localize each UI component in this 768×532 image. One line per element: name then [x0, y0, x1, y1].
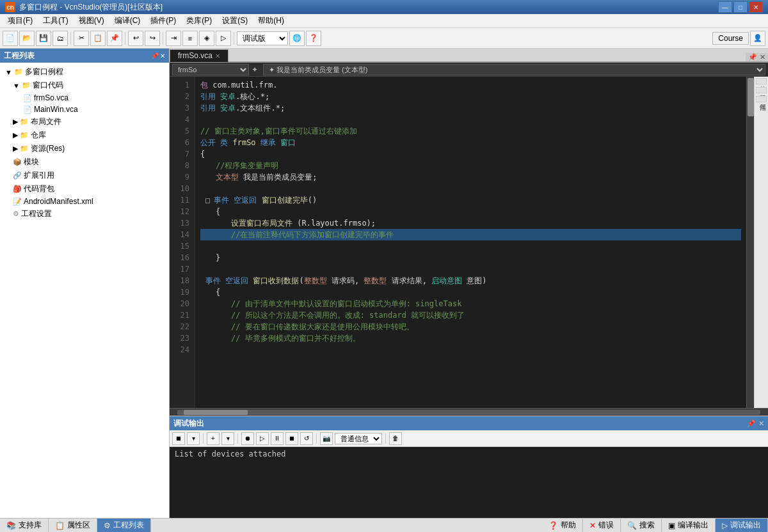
tree-extends[interactable]: 🔗 扩展引用: [0, 169, 169, 182]
folder-icon5: 📁: [20, 145, 29, 153]
tb-open[interactable]: 📂: [19, 31, 35, 46]
hscroll-track[interactable]: [177, 410, 760, 415]
menu-help[interactable]: 帮助(H): [253, 14, 289, 27]
sidebar-pin[interactable]: 📌: [151, 52, 159, 59]
tb-breakpoint[interactable]: ◈: [199, 31, 214, 46]
tree-warehouse[interactable]: ▶ 📁 仓库: [0, 129, 169, 142]
tree-window-code[interactable]: ▼ 📁 窗口代码: [0, 79, 169, 92]
dbg-dropdown2[interactable]: ▾: [221, 432, 234, 445]
tree-mainwin[interactable]: 📄 MainWin.vca: [0, 104, 169, 115]
tb-chrome[interactable]: 🌐: [289, 31, 305, 46]
tb-new[interactable]: 📄: [3, 31, 18, 46]
tree-layout[interactable]: ▶ 📁 布局文件: [0, 115, 169, 129]
ln-1: 1: [170, 79, 189, 91]
ln-10: 10: [170, 183, 189, 194]
menu-settings[interactable]: 设置(S): [217, 14, 253, 27]
menu-tools[interactable]: 工具(T): [38, 14, 73, 27]
side-panel-code[interactable]: 代码: [756, 87, 767, 93]
sep1: [70, 32, 71, 45]
tb-save[interactable]: 💾: [36, 31, 51, 46]
code-editor[interactable]: 1 2 3 4 5 6 7 8 9 10 11 12 13 14: [170, 77, 754, 408]
tb-cut[interactable]: ✂: [74, 31, 89, 46]
tb-format[interactable]: ≡: [182, 31, 198, 46]
menu-project[interactable]: 项目(F): [3, 14, 38, 27]
folder-icon4: 📁: [20, 131, 29, 139]
btab-help-label: 帮助: [561, 520, 576, 531]
tb-undo[interactable]: ↩: [128, 31, 143, 46]
sidebar-close[interactable]: ✕: [160, 52, 165, 59]
tree-project-settings[interactable]: ⚙ 工程设置: [0, 207, 169, 221]
menu-library[interactable]: 类库(P): [181, 14, 217, 27]
tb-help[interactable]: ❓: [306, 31, 321, 46]
dbg-dropdown[interactable]: ▾: [187, 432, 200, 445]
btab-help[interactable]: ❓ 帮助: [542, 519, 583, 532]
debug-header: 调试输出 📌 ✕: [170, 416, 768, 430]
member-selector[interactable]: ✦ 我是当前类成员变量 (文本型): [263, 64, 765, 75]
ln-15: 15: [170, 240, 189, 252]
dbg-add[interactable]: +: [207, 432, 220, 445]
tab-close-all[interactable]: ✕: [760, 53, 765, 61]
code-content[interactable]: 包 com.mutil.frm. 引用 安卓.核心.*; 引用 安卓.文本组件.…: [195, 77, 746, 408]
file-selector[interactable]: frmSo: [172, 64, 249, 75]
ln-2: 2: [170, 91, 189, 102]
btab-errors[interactable]: ✕ 错误: [583, 519, 621, 532]
side-panel-components[interactable]: 组件: [756, 78, 767, 84]
close-button[interactable]: ✕: [749, 1, 763, 13]
dbg-stop2[interactable]: ⏹: [285, 432, 298, 445]
tb-redo[interactable]: ↪: [145, 31, 160, 46]
module-icon: 📦: [13, 158, 22, 166]
hscroll-thumb[interactable]: [184, 410, 248, 415]
tree-frmso[interactable]: 📄 frmSo.vca: [0, 92, 169, 104]
debug-filter[interactable]: 普通信息: [335, 433, 382, 444]
tb-save-all[interactable]: 🗂: [52, 31, 68, 46]
tab-frmso-close[interactable]: ✕: [215, 52, 220, 59]
dbg-stop[interactable]: ⏹: [172, 432, 185, 445]
code-line-18: 事件 空返回 窗口收到数据(整数型 请求码, 整数型 请求结果, 启动意图 意图…: [200, 275, 741, 286]
tb-copy[interactable]: 📋: [90, 31, 106, 46]
tree-resources-label: 资源(Res): [31, 143, 65, 154]
tree-manifest[interactable]: 📝 AndroidManifest.xml: [0, 196, 169, 207]
scrollbar-thumb[interactable]: [748, 78, 754, 116]
tb-indent[interactable]: ⇥: [166, 31, 181, 46]
app-icon: cn: [5, 2, 15, 12]
sidebar-header-controls[interactable]: 📌 ✕: [151, 52, 165, 59]
dbg-pause[interactable]: ⏸: [271, 432, 284, 445]
dbg-play[interactable]: ▷: [256, 432, 269, 445]
dbg-record[interactable]: ⏺: [241, 432, 254, 445]
btab-props[interactable]: 📋 属性区: [49, 519, 97, 532]
dbg-trash[interactable]: 🗑: [389, 432, 402, 445]
btab-debug[interactable]: ▷ 调试输出: [716, 519, 768, 532]
minimize-button[interactable]: —: [718, 1, 732, 13]
code-line-22: // 要在窗口传递数据大家还是使用公用模块中转吧。: [200, 321, 741, 332]
btab-library[interactable]: 📚 支持库: [0, 519, 49, 532]
debug-mode-combo[interactable]: 调试版: [237, 31, 288, 45]
menu-view[interactable]: 视图(V): [74, 14, 109, 27]
codebag-icon: 🎒: [13, 185, 22, 193]
side-panel-props[interactable]: 属性: [756, 96, 767, 102]
tree-codebag[interactable]: 🎒 代码背包: [0, 182, 169, 196]
tab-frmso[interactable]: frmSo.vca ✕: [170, 49, 228, 62]
tab-pin-icon[interactable]: 📌: [748, 53, 757, 61]
horizontal-scrollbar[interactable]: [170, 408, 768, 416]
btab-search[interactable]: 🔍 搜索: [621, 519, 662, 532]
course-button[interactable]: Course: [712, 32, 749, 45]
dbg-screenshot[interactable]: 📷: [320, 432, 333, 445]
debug-pin[interactable]: 📌: [747, 419, 756, 428]
tb-run[interactable]: ▷: [216, 31, 231, 46]
dbg-refresh[interactable]: ↺: [300, 432, 313, 445]
vertical-scrollbar[interactable]: [746, 77, 754, 408]
debug-close[interactable]: ✕: [758, 419, 764, 428]
right-panel: frmSo.vca ✕ 📌 ✕ frmSo ✦ ✦ 我是当前类成员变量 (文本型…: [170, 49, 768, 518]
tree-modules[interactable]: 📦 模块: [0, 155, 169, 169]
tb-user[interactable]: 👤: [750, 31, 765, 46]
maximize-button[interactable]: □: [733, 1, 748, 13]
tb-paste[interactable]: 📌: [107, 31, 122, 46]
btab-project[interactable]: ⚙ 工程列表: [97, 519, 151, 532]
btab-compile[interactable]: ▣ 编译输出: [662, 519, 716, 532]
menu-compile[interactable]: 编译(C): [109, 14, 146, 27]
folder-icon: 📁: [14, 68, 23, 76]
menu-plugins[interactable]: 插件(P): [145, 14, 181, 27]
tree-resources[interactable]: ▶ 📁 资源(Res): [0, 142, 169, 155]
tree-root[interactable]: ▼ 📁 多窗口例程: [0, 65, 169, 79]
window-controls[interactable]: — □ ✕: [718, 1, 763, 13]
